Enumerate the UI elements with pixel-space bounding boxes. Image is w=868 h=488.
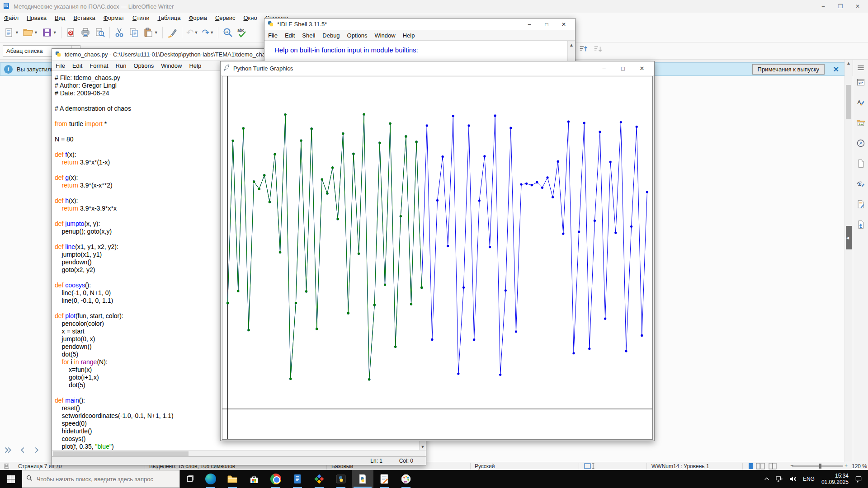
taskbar-search-box[interactable]	[22, 470, 180, 488]
infobar-close-icon[interactable]: ✕	[833, 65, 839, 74]
taskbar-app-edge[interactable]	[200, 470, 222, 488]
zoom-slider-thumb[interactable]	[819, 464, 821, 469]
menu-item-window[interactable]: Window	[371, 31, 399, 40]
find-button[interactable]: a	[221, 25, 235, 40]
turtle-minimize-button[interactable]: –	[594, 61, 613, 75]
idle-close-button[interactable]: ✕	[555, 19, 572, 30]
menu-item-debug[interactable]: Debug	[319, 31, 343, 40]
menu-item-таблица[interactable]: Таблица	[153, 14, 184, 22]
menu-item-shell[interactable]: Shell	[298, 31, 319, 40]
menu-item-help[interactable]: Help	[185, 61, 205, 70]
tray-chevron-up-icon[interactable]	[762, 476, 772, 482]
scrollbar-thumb[interactable]	[846, 85, 851, 119]
zoom-slider-track[interactable]	[792, 465, 843, 467]
preview-button[interactable]	[93, 25, 107, 40]
sort-desc-button[interactable]	[593, 44, 603, 56]
volume-icon[interactable]	[788, 476, 798, 482]
paste-button[interactable]: ▼	[141, 25, 160, 40]
scroll-up-icon[interactable]: ▲	[845, 61, 852, 66]
idle-minimize-button[interactable]: –	[521, 19, 538, 30]
sidebar-styles-button[interactable]: A	[855, 97, 866, 108]
taskbar-app-python-console[interactable]	[330, 470, 352, 488]
sidebar-properties-button[interactable]	[855, 77, 866, 88]
menu-item-формат[interactable]: Формат	[99, 14, 128, 22]
network-icon[interactable]	[775, 476, 785, 483]
status-language[interactable]: Русский	[475, 463, 495, 469]
start-button[interactable]	[0, 470, 22, 488]
turtle-titlebar[interactable]: Python Turtle Graphics – □ ✕	[221, 61, 654, 75]
taskbar-app-python-idle[interactable]	[352, 470, 373, 488]
taskbar-app-explorer[interactable]	[222, 470, 243, 488]
taskbar-app-chrome[interactable]	[265, 470, 287, 488]
writer-titlebar[interactable]: Методические указания по ПОАС.docx — Lib…	[0, 0, 868, 13]
sidebar-navigator-button[interactable]	[855, 138, 866, 149]
sidebar-hide-handle[interactable]: ◀	[846, 226, 852, 249]
writer-maximize-button[interactable]: ❐	[832, 0, 849, 12]
zoom-in-button[interactable]: +	[844, 462, 848, 469]
taskbar-app-paint[interactable]	[395, 470, 417, 488]
menu-item-file[interactable]: File	[52, 61, 69, 70]
page-next-double-button[interactable]	[4, 446, 14, 457]
copy-button[interactable]	[127, 25, 141, 40]
sidebar-accessibility-button[interactable]	[855, 219, 866, 230]
menu-item-options[interactable]: Options	[130, 61, 157, 70]
new-button[interactable]: ▼	[2, 25, 21, 40]
taskbar-app-diamond-app[interactable]	[308, 470, 330, 488]
sidebar-page-button[interactable]	[855, 158, 866, 169]
menu-item-options[interactable]: Options	[344, 31, 371, 40]
menu-item-стили[interactable]: Стили	[128, 14, 153, 22]
sidebar-inspector-button[interactable]	[855, 178, 866, 189]
scroll-down-icon[interactable]: ▼	[420, 445, 426, 449]
page-prev-button[interactable]	[18, 446, 28, 457]
menu-item-edit[interactable]: Edit	[281, 31, 298, 40]
menu-item-вставка[interactable]: Вставка	[69, 14, 99, 22]
status-zoom-percent[interactable]: 120 %	[852, 463, 867, 469]
search-input[interactable]	[37, 476, 172, 483]
menu-item-файл[interactable]: Файл	[0, 14, 23, 22]
tray-clock[interactable]: 15:34 01.09.2025	[820, 473, 850, 485]
menu-item-run[interactable]: Run	[112, 61, 130, 70]
undo-button[interactable]: ↶▼	[184, 25, 200, 40]
sort-asc-button[interactable]	[579, 44, 589, 56]
editor-horizontal-scrollbar[interactable]	[52, 450, 426, 456]
menu-item-окно[interactable]: Окно	[239, 14, 261, 22]
zoom-out-button[interactable]: −	[790, 462, 793, 469]
taskbar-app-lo-writer[interactable]	[373, 470, 395, 488]
tray-language-indicator[interactable]: ENG	[801, 476, 816, 482]
save-button[interactable]: ▼	[40, 25, 59, 40]
writer-close-button[interactable]: ✕	[849, 0, 866, 12]
redo-button[interactable]: ↷▼	[200, 25, 216, 40]
menu-item-file[interactable]: File	[264, 31, 281, 40]
spell-button[interactable]: abc	[235, 25, 250, 40]
menu-item-window[interactable]: Window	[157, 61, 185, 70]
turtle-maximize-button[interactable]: □	[613, 61, 632, 75]
idle-titlebar[interactable]: *IDLE Shell 3.11.5* – □ ✕	[264, 19, 575, 30]
status-list-level[interactable]: WWNum14 : Уровень 1	[651, 463, 709, 469]
sidebar-changes-button[interactable]	[855, 199, 866, 210]
sidebar-gallery-button[interactable]	[855, 117, 866, 128]
print-button[interactable]	[78, 25, 93, 40]
taskbar-app-store[interactable]	[243, 470, 265, 488]
menu-item-сервис[interactable]: Сервис	[211, 14, 240, 22]
idle-maximize-button[interactable]: □	[538, 19, 555, 30]
pdf-button[interactable]	[64, 25, 78, 40]
cut-button[interactable]	[112, 25, 127, 40]
open-button[interactable]: ▼	[21, 25, 40, 40]
writer-minimize-button[interactable]: –	[815, 0, 832, 12]
taskbar-app-lo-start[interactable]	[287, 470, 308, 488]
document-vertical-scrollbar[interactable]: ▲ ◀	[844, 60, 852, 462]
menu-item-help[interactable]: Help	[399, 31, 419, 40]
menu-item-форма[interactable]: Форма	[184, 14, 211, 22]
menu-item-правка[interactable]: Правка	[23, 14, 51, 22]
turtle-close-button[interactable]: ✕	[632, 61, 651, 75]
menu-item-вид[interactable]: Вид	[51, 14, 70, 22]
menu-item-edit[interactable]: Edit	[69, 61, 86, 70]
clone-button[interactable]	[165, 25, 179, 40]
sidebar-menu-button[interactable]	[855, 62, 866, 73]
release-notes-button[interactable]: Примечания к выпуску	[752, 64, 825, 75]
page-next-button[interactable]	[32, 446, 42, 457]
notification-center-icon[interactable]	[854, 476, 863, 483]
scrollbar-thumb[interactable]	[53, 451, 189, 456]
scroll-up-icon[interactable]: ▲	[568, 41, 575, 47]
task-view-button[interactable]	[180, 470, 200, 488]
